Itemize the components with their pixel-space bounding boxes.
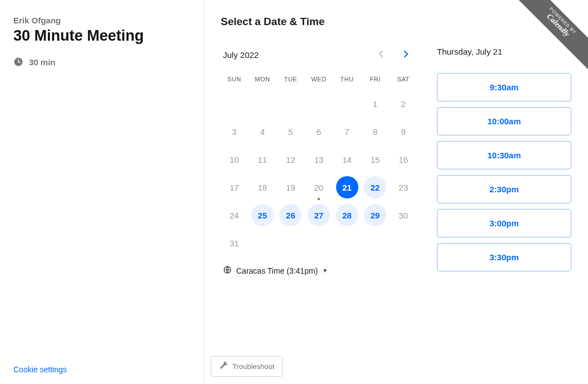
- day-cell: [333, 231, 361, 255]
- timeslot-button[interactable]: 10:30am: [437, 141, 571, 169]
- day-cell: 5: [277, 119, 304, 144]
- day-cell: 24: [221, 203, 248, 227]
- day-cell: [390, 231, 417, 255]
- day-cell: [221, 91, 248, 116]
- calendar-day: 16: [392, 148, 415, 171]
- calendar-day[interactable]: 25: [251, 204, 274, 226]
- month-label: July 2022: [223, 50, 259, 60]
- day-of-week-header: SAT: [390, 76, 417, 88]
- selected-date-label: Thursday, July 21: [437, 47, 571, 56]
- day-of-week-header: TUE: [277, 76, 304, 88]
- day-cell: 6: [305, 119, 333, 144]
- sidebar: Erik Ofgang 30 Minute Meeting 30 min Coo…: [0, 0, 204, 384]
- calendar-day: 10: [223, 148, 245, 171]
- calendar-day: 8: [364, 120, 386, 143]
- next-month-button[interactable]: [397, 46, 415, 64]
- calendar-day: 31: [223, 232, 245, 254]
- day-cell: 20: [305, 175, 333, 200]
- calendar-day: 23: [392, 176, 415, 198]
- calendar-day[interactable]: 21: [336, 176, 358, 198]
- day-cell: 4: [249, 119, 276, 144]
- calendar: July 2022 SUNMO: [221, 46, 417, 276]
- day-cell: [249, 91, 276, 116]
- day-cell: 19: [277, 175, 304, 200]
- timeslot-column: Thursday, July 21 9:30am10:00am10:30am2:…: [437, 46, 571, 276]
- timeslot-button[interactable]: 3:00pm: [437, 209, 571, 237]
- day-cell: 27: [305, 203, 333, 227]
- calendar-day[interactable]: 29: [364, 204, 386, 226]
- calendar-day: 12: [279, 148, 302, 171]
- calendar-day: 19: [279, 176, 302, 198]
- clock-icon: [13, 57, 23, 67]
- calendar-day[interactable]: 27: [308, 204, 330, 226]
- calendar-day[interactable]: 22: [364, 176, 386, 198]
- calendar-day: 17: [223, 176, 245, 198]
- day-cell: 11: [249, 147, 276, 172]
- day-cell: 31: [221, 231, 248, 255]
- calendar-day: 9: [392, 120, 415, 143]
- day-cell: [305, 231, 333, 255]
- day-cell: [277, 91, 304, 116]
- troubleshoot-label: Troubleshoot: [232, 362, 274, 371]
- day-of-week-header: THU: [333, 76, 361, 88]
- day-cell: 17: [221, 175, 248, 200]
- calendar-day: 5: [279, 120, 302, 143]
- calendar-day: 24: [223, 204, 245, 226]
- timezone-selector[interactable]: Caracas Time (3:41pm) ▼: [221, 265, 417, 276]
- calendar-day: 2: [392, 93, 415, 115]
- calendar-day: 18: [251, 176, 274, 198]
- day-of-week-header: MON: [249, 76, 276, 88]
- calendar-day: 6: [308, 120, 330, 143]
- troubleshoot-button[interactable]: Troubleshoot: [211, 356, 283, 377]
- day-cell: 29: [362, 203, 389, 227]
- day-cell: 15: [362, 147, 389, 172]
- day-cell: 8: [362, 119, 389, 144]
- day-cell: [305, 91, 333, 116]
- calendar-day: 20: [308, 176, 330, 198]
- day-cell: 7: [333, 119, 361, 144]
- chevron-right-icon: [403, 50, 409, 60]
- day-cell: 28: [333, 203, 361, 227]
- wrench-icon: [219, 361, 228, 372]
- day-cell: 3: [221, 119, 248, 144]
- day-cell: 12: [277, 147, 304, 172]
- cookie-settings-link[interactable]: Cookie settings: [13, 365, 67, 374]
- calendar-day: 7: [336, 120, 358, 143]
- day-of-week-header: WED: [305, 76, 333, 88]
- day-cell: 30: [390, 203, 417, 227]
- day-cell: 13: [305, 147, 333, 172]
- day-cell: 21: [333, 175, 361, 200]
- day-cell: 18: [249, 175, 276, 200]
- day-cell: 9: [390, 119, 417, 144]
- calendar-day: 15: [364, 148, 386, 171]
- calendar-day[interactable]: 28: [336, 204, 358, 226]
- prev-month-button[interactable]: [372, 46, 390, 64]
- calendar-day: 1: [364, 93, 386, 115]
- duration-label: 30 min: [29, 57, 56, 67]
- main-panel: Select a Date & Time July 2022: [204, 0, 588, 384]
- calendar-grid: SUNMONTUEWEDTHUFRISAT1234567891011121314…: [221, 76, 417, 255]
- day-cell: 16: [390, 147, 417, 172]
- day-of-week-header: FRI: [362, 76, 389, 88]
- calendar-day: 14: [336, 148, 358, 171]
- day-cell: 22: [362, 175, 389, 200]
- day-cell: 23: [390, 175, 417, 200]
- calendar-day: 11: [251, 148, 274, 171]
- day-cell: [333, 91, 361, 116]
- page-title: Select a Date & Time: [221, 16, 571, 28]
- calendar-day[interactable]: 26: [279, 204, 302, 226]
- slot-list: 9:30am10:00am10:30am2:30pm3:00pm3:30pm: [437, 73, 571, 271]
- timeslot-button[interactable]: 2:30pm: [437, 175, 571, 203]
- timeslot-button[interactable]: 9:30am: [437, 73, 571, 101]
- day-cell: [277, 231, 304, 255]
- timeslot-button[interactable]: 10:00am: [437, 107, 571, 135]
- timezone-label: Caracas Time (3:41pm): [236, 266, 318, 275]
- today-indicator: [318, 198, 320, 200]
- timeslot-button[interactable]: 3:30pm: [437, 243, 571, 271]
- day-cell: 14: [333, 147, 361, 172]
- host-name: Erik Ofgang: [13, 16, 187, 25]
- duration-row: 30 min: [13, 57, 187, 67]
- globe-icon: [223, 265, 232, 276]
- calendar-day: 13: [308, 148, 330, 171]
- caret-down-icon: ▼: [322, 268, 328, 274]
